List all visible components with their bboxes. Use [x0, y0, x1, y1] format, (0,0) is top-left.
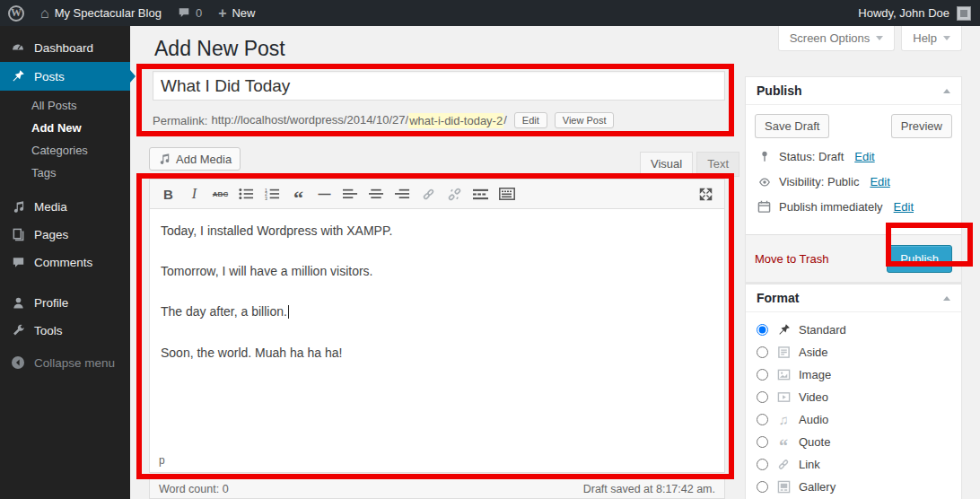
collapse-toggle-icon[interactable]: [943, 89, 950, 93]
sidebar-item-profile[interactable]: Profile: [0, 289, 130, 317]
post-title-input[interactable]: [153, 71, 725, 101]
strikethrough-button[interactable]: ABC: [211, 184, 230, 204]
format-radio-quote[interactable]: [757, 436, 768, 448]
site-name-link[interactable]: ⌂ My Spectacular Blog: [32, 0, 170, 26]
blockquote-button[interactable]: “: [289, 184, 308, 204]
format-box-header[interactable]: Format: [746, 285, 961, 312]
publishing-actions: Move to Trash Publish: [746, 234, 961, 282]
edit-visibility-link[interactable]: Edit: [870, 175, 889, 188]
visual-tab[interactable]: Visual: [640, 152, 693, 177]
format-label: Image: [799, 368, 831, 381]
sidebar-item-pages[interactable]: Pages: [0, 221, 130, 249]
format-radio-video[interactable]: [757, 391, 768, 403]
view-post-button[interactable]: View Post: [555, 112, 615, 128]
move-to-trash-link[interactable]: Move to Trash: [755, 252, 828, 266]
submenu-all-posts[interactable]: All Posts: [0, 94, 130, 117]
edit-schedule-link[interactable]: Edit: [894, 200, 914, 214]
collapse-menu-button[interactable]: Collapse menu: [0, 348, 130, 377]
italic-button[interactable]: I: [185, 184, 204, 204]
user-avatar[interactable]: [957, 6, 971, 21]
chevron-down-icon: [876, 36, 883, 40]
comments-bubble-link[interactable]: 0: [170, 0, 210, 26]
status-text: Status: Draft: [779, 150, 844, 163]
sidebar-item-posts[interactable]: Posts: [0, 62, 130, 91]
permalink-trailing-slash: /: [503, 113, 507, 128]
numbered-list-button[interactable]: 123: [263, 184, 282, 204]
editor-status-bar: Word count: 0 Draft saved at 8:17:42 am.: [149, 479, 725, 499]
audio-icon: ♫: [775, 413, 792, 426]
format-option-gallery[interactable]: Gallery: [757, 476, 961, 498]
remove-link-button[interactable]: [445, 184, 464, 204]
screen-options-tab[interactable]: Screen Options: [778, 26, 896, 51]
home-icon: ⌂: [40, 6, 49, 21]
sidebar-item-media[interactable]: Media: [0, 193, 130, 221]
submenu-categories[interactable]: Categories: [0, 139, 130, 162]
fullscreen-button[interactable]: [696, 184, 715, 204]
collapse-toggle-icon[interactable]: [943, 296, 950, 301]
format-radio-audio[interactable]: [757, 414, 768, 425]
align-right-button[interactable]: [393, 184, 412, 204]
wordpress-logo-icon: W: [8, 5, 24, 22]
format-option-standard[interactable]: Standard: [757, 319, 961, 341]
publish-box-header[interactable]: Publish: [746, 77, 961, 105]
toolbar-toggle-button[interactable]: [497, 184, 516, 204]
link-icon: [775, 459, 792, 470]
insert-link-button[interactable]: [419, 184, 438, 204]
format-options-list: Standard Aside Image: [746, 312, 961, 498]
wp-logo-menu[interactable]: W: [0, 0, 32, 26]
format-radio-link[interactable]: [757, 459, 768, 470]
wrench-icon: [10, 324, 26, 337]
bold-button[interactable]: B: [159, 184, 178, 204]
align-center-button[interactable]: [367, 184, 386, 204]
howdy-account-link[interactable]: Howdy, John Doe: [858, 6, 949, 20]
sidebar-item-comments[interactable]: Comments: [0, 249, 130, 276]
permalink-slug: what-i-did-today-2: [408, 113, 503, 128]
autosave-message: Draft saved at 8:17:42 am.: [583, 483, 715, 495]
new-content-link[interactable]: + New: [210, 0, 263, 26]
help-tab[interactable]: Help: [901, 26, 962, 51]
pushpin-icon: [10, 69, 26, 83]
save-draft-button[interactable]: Save Draft: [755, 114, 829, 138]
quote-icon: “: [775, 434, 792, 450]
site-name: My Spectacular Blog: [55, 6, 162, 20]
publish-button[interactable]: Publish: [887, 245, 952, 273]
format-box-title: Format: [757, 291, 799, 305]
submenu-tags[interactable]: Tags: [0, 162, 130, 184]
format-label: Gallery: [799, 480, 836, 494]
preview-button[interactable]: Preview: [891, 114, 952, 138]
admin-bar: W ⌂ My Spectacular Blog 0 + New Howdy, J…: [0, 0, 980, 26]
submenu-add-new[interactable]: Add New: [0, 117, 130, 139]
format-radio-image[interactable]: [757, 369, 768, 381]
svg-text:3: 3: [265, 196, 267, 200]
text-tab[interactable]: Text: [696, 152, 739, 177]
format-radio-gallery[interactable]: [757, 481, 768, 493]
align-left-button[interactable]: [341, 184, 360, 204]
format-option-audio[interactable]: ♫ Audio: [757, 408, 961, 431]
more-tag-button[interactable]: [471, 184, 490, 204]
horizontal-rule-button[interactable]: —: [315, 184, 334, 204]
schedule-text: Publish immediately: [779, 200, 883, 214]
format-option-image[interactable]: Image: [757, 363, 961, 386]
format-label: Aside: [799, 346, 828, 359]
sidebar-item-tools[interactable]: Tools: [0, 317, 130, 345]
chevron-down-icon: [943, 36, 950, 40]
permalink-base: http://localhost/wordpress/2014/10/27/: [211, 113, 408, 128]
format-radio-aside[interactable]: [757, 346, 768, 358]
bullet-list-button[interactable]: [237, 184, 256, 204]
text-cursor: [288, 305, 289, 319]
sidebar-item-dashboard[interactable]: Dashboard: [0, 33, 130, 62]
image-icon: [775, 368, 792, 381]
word-count: Word count: 0: [159, 483, 229, 495]
format-radio-standard[interactable]: [757, 324, 768, 336]
format-option-link[interactable]: Link: [757, 453, 961, 476]
edit-status-link[interactable]: Edit: [854, 150, 874, 163]
permalink-label: Permalink:: [153, 114, 207, 127]
visibility-row: Visibility: Public Edit: [757, 175, 950, 188]
help-label: Help: [913, 31, 937, 45]
format-option-quote[interactable]: “ Quote: [757, 431, 961, 453]
add-media-button[interactable]: Add Media: [149, 147, 241, 171]
edit-permalink-button[interactable]: Edit: [514, 112, 547, 128]
format-option-video[interactable]: Video: [757, 386, 961, 408]
format-option-aside[interactable]: Aside: [757, 341, 961, 363]
editor-content-area[interactable]: Today, I installed Wordpress with XAMPP.…: [150, 209, 724, 454]
